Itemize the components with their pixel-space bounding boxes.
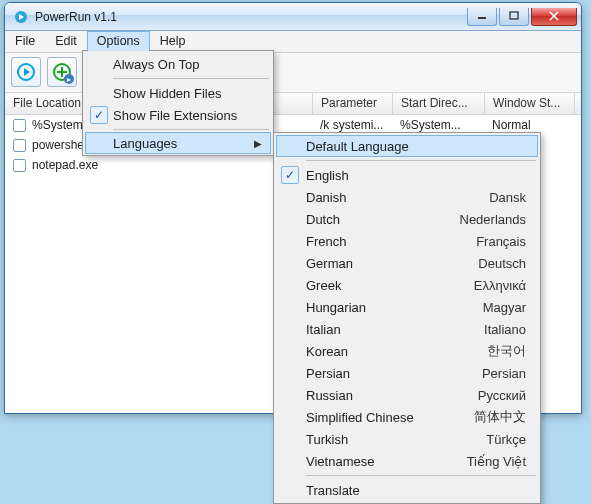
titlebar[interactable]: PowerRun v1.1 [5,3,581,31]
cell-parameter: /k systemi... [312,118,392,132]
lang-native: Türkçe [486,432,526,447]
opt-show-extensions[interactable]: ✓ Show File Extensions [85,104,271,126]
opt-show-extensions-label: Show File Extensions [113,108,237,123]
row-checkbox[interactable] [13,119,26,132]
lang-native: Nederlands [460,212,527,227]
separator [306,475,536,476]
lang-native: 简体中文 [474,408,526,426]
lang-item-turkish[interactable]: TurkishTürkçe [276,428,538,450]
svg-rect-2 [478,17,486,19]
lang-label: Italian [306,322,341,337]
cell-directory: %System... [392,118,484,132]
minimize-button[interactable] [467,8,497,26]
lang-item-korean[interactable]: Korean한국어 [276,340,538,362]
lang-item-vietnamese[interactable]: VietnameseTiếng Việt [276,450,538,472]
opt-always-on-top[interactable]: Always On Top [85,53,271,75]
lang-native: Tiếng Việt [467,454,526,469]
svg-rect-10 [57,71,67,73]
svg-marker-7 [24,68,30,76]
menu-file[interactable]: File [5,31,45,52]
cell-window: Normal [484,118,574,132]
opt-always-on-top-label: Always On Top [113,57,199,72]
lang-label: Greek [306,278,341,293]
maximize-button[interactable] [499,8,529,26]
separator [306,160,536,161]
lang-item-simplified-chinese[interactable]: Simplified Chinese简体中文 [276,406,538,428]
add-badge-icon: ▸ [64,74,74,84]
lang-label: French [306,234,346,249]
lang-label: Persian [306,366,350,381]
add-button[interactable]: ▸ [47,57,77,87]
row-checkbox[interactable] [13,159,26,172]
lang-native: Italiano [484,322,526,337]
lang-label: Vietnamese [306,454,374,469]
lang-item-persian[interactable]: PersianPersian [276,362,538,384]
row-checkbox[interactable] [13,139,26,152]
run-button[interactable] [11,57,41,87]
separator [113,78,269,79]
lang-item-danish[interactable]: DanishDansk [276,186,538,208]
lang-default-label: Default Language [306,139,409,154]
menu-options[interactable]: Options [87,31,150,52]
lang-native: Deutsch [478,256,526,271]
lang-default[interactable]: Default Language [276,135,538,157]
separator [113,129,269,130]
opt-show-hidden-label: Show Hidden Files [113,86,221,101]
lang-label: Hungarian [306,300,366,315]
lang-item-greek[interactable]: GreekΕλληνικά [276,274,538,296]
lang-item-italian[interactable]: ItalianItaliano [276,318,538,340]
lang-label: English [306,168,349,183]
lang-native: Persian [482,366,526,381]
lang-item-english[interactable]: ✓English [276,164,538,186]
languages-submenu: Default Language ✓EnglishDanishDanskDutc… [273,132,541,504]
window-title: PowerRun v1.1 [35,10,467,24]
lang-item-french[interactable]: FrenchFrançais [276,230,538,252]
lang-item-russian[interactable]: RussianРусский [276,384,538,406]
column-window-state[interactable]: Window St... [485,93,575,114]
lang-item-dutch[interactable]: DutchNederlands [276,208,538,230]
lang-label: Russian [306,388,353,403]
options-dropdown: Always On Top Show Hidden Files ✓ Show F… [82,50,274,156]
app-icon [13,9,29,25]
check-icon: ✓ [90,106,108,124]
close-button[interactable] [531,8,577,26]
lang-native: Français [476,234,526,249]
opt-show-hidden[interactable]: Show Hidden Files [85,82,271,104]
opt-languages[interactable]: Languages ▶ [85,132,271,154]
cell-file: notepad.exe [32,158,312,172]
lang-label: Simplified Chinese [306,410,414,425]
lang-item-german[interactable]: GermanDeutsch [276,252,538,274]
lang-translate-label: Translate [306,483,360,498]
column-start-directory[interactable]: Start Direc... [393,93,485,114]
menu-help[interactable]: Help [150,31,196,52]
column-parameter[interactable]: Parameter [313,93,393,114]
lang-native: 한국어 [487,342,526,360]
opt-languages-label: Languages [113,136,177,151]
lang-translate[interactable]: Translate [276,479,538,501]
lang-label: German [306,256,353,271]
lang-label: Danish [306,190,346,205]
lang-native: Русский [478,388,526,403]
check-icon: ✓ [281,166,299,184]
lang-native: Magyar [483,300,526,315]
lang-label: Turkish [306,432,348,447]
menu-edit[interactable]: Edit [45,31,87,52]
lang-item-hungarian[interactable]: HungarianMagyar [276,296,538,318]
lang-native: Ελληνικά [474,278,526,293]
menubar: File Edit Options Help [5,31,581,53]
window-controls [467,8,577,26]
lang-native: Dansk [489,190,526,205]
submenu-arrow-icon: ▶ [254,138,262,149]
svg-rect-3 [510,12,518,19]
lang-label: Korean [306,344,348,359]
lang-label: Dutch [306,212,340,227]
